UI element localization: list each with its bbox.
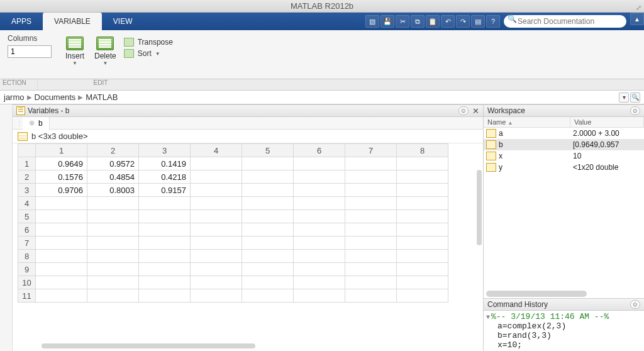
cell[interactable]: [397, 170, 448, 184]
col-header[interactable]: 5: [242, 144, 294, 157]
cell[interactable]: 0.8003: [87, 184, 139, 197]
row-header[interactable]: 7: [18, 237, 36, 250]
vertical-scrollbar[interactable]: [477, 170, 482, 245]
row-header[interactable]: 3: [18, 184, 36, 197]
cell[interactable]: [345, 157, 397, 170]
cell[interactable]: [294, 250, 345, 263]
breadcrumb-item[interactable]: jarmo: [4, 92, 25, 102]
cell[interactable]: [87, 250, 139, 263]
cell[interactable]: [36, 197, 87, 210]
cell[interactable]: 0.9706: [36, 184, 87, 197]
cell[interactable]: [87, 237, 139, 250]
minimize-ribbon-icon[interactable]: ▲: [630, 13, 644, 25]
cell[interactable]: [397, 237, 448, 250]
workspace-row[interactable]: y<1x20 double: [484, 162, 644, 173]
cell[interactable]: [345, 276, 397, 289]
paste-icon[interactable]: 📋: [426, 15, 440, 28]
tab-view[interactable]: VIEW: [102, 13, 144, 30]
cell[interactable]: [191, 250, 242, 263]
cell[interactable]: [294, 263, 345, 276]
cell[interactable]: [87, 289, 139, 303]
cell[interactable]: [87, 223, 139, 237]
col-header[interactable]: 4: [191, 144, 242, 157]
history-line[interactable]: b=rand(3,3): [486, 331, 641, 340]
cell[interactable]: 0.9157: [139, 184, 191, 197]
search-box[interactable]: 🔍: [504, 13, 626, 30]
tab-variable[interactable]: VARIABLE: [43, 13, 102, 30]
col-header[interactable]: 3: [139, 144, 191, 157]
col-header[interactable]: 2: [87, 144, 139, 157]
cell[interactable]: [242, 237, 294, 250]
cell[interactable]: [242, 289, 294, 303]
cell[interactable]: [397, 197, 448, 210]
cell[interactable]: [139, 263, 191, 276]
cell[interactable]: [294, 184, 345, 197]
copy-icon[interactable]: ⧉: [411, 15, 425, 28]
cell[interactable]: [345, 210, 397, 223]
expand-icon[interactable]: ▼: [486, 314, 490, 321]
cell[interactable]: [139, 223, 191, 237]
cell[interactable]: [294, 223, 345, 237]
cell[interactable]: [242, 157, 294, 170]
cell[interactable]: [139, 276, 191, 289]
cell[interactable]: [36, 263, 87, 276]
horizontal-scrollbar[interactable]: [42, 343, 255, 348]
horizontal-scrollbar[interactable]: [486, 291, 587, 297]
cell[interactable]: [345, 250, 397, 263]
cell[interactable]: 0.4854: [87, 170, 139, 184]
tab-close-icon[interactable]: ⊗: [29, 119, 35, 127]
history-line[interactable]: a=complex(2,3): [486, 321, 641, 331]
delete-button[interactable]: Delete ▼: [92, 35, 119, 67]
row-header[interactable]: 10: [18, 276, 36, 289]
cell[interactable]: [191, 197, 242, 210]
row-header[interactable]: 1: [18, 157, 36, 170]
cell[interactable]: 0.1576: [36, 170, 87, 184]
window-resize-icon[interactable]: ⤢: [636, 1, 641, 14]
cell[interactable]: [36, 276, 87, 289]
row-header[interactable]: 4: [18, 197, 36, 210]
redo-icon[interactable]: ↷: [456, 15, 470, 28]
cell[interactable]: [36, 210, 87, 223]
cell[interactable]: [397, 184, 448, 197]
col-header[interactable]: 1: [36, 144, 87, 157]
cell[interactable]: [139, 289, 191, 303]
cell[interactable]: [191, 276, 242, 289]
cell[interactable]: [242, 197, 294, 210]
cell[interactable]: [397, 289, 448, 303]
panel-menu-icon[interactable]: ⊙: [630, 106, 640, 115]
cell[interactable]: [191, 157, 242, 170]
workspace-row[interactable]: b[0.9649,0.957: [484, 139, 644, 150]
cell[interactable]: [345, 184, 397, 197]
insert-button[interactable]: Insert ▼: [63, 35, 87, 67]
cell[interactable]: [87, 276, 139, 289]
col-header[interactable]: 8: [397, 144, 448, 157]
row-header[interactable]: 11: [18, 289, 36, 303]
folder-dropdown-icon[interactable]: ▾: [619, 92, 629, 103]
cell[interactable]: [139, 210, 191, 223]
cell[interactable]: [242, 250, 294, 263]
cell[interactable]: [242, 223, 294, 237]
cell[interactable]: [397, 250, 448, 263]
col-header[interactable]: 6: [294, 144, 345, 157]
cell[interactable]: [345, 289, 397, 303]
workspace-row[interactable]: a2.0000 + 3.00: [484, 128, 644, 139]
row-header[interactable]: 8: [18, 250, 36, 263]
workspace-col-value[interactable]: Value: [570, 117, 644, 127]
cell[interactable]: [294, 170, 345, 184]
new-icon[interactable]: ▧: [365, 15, 379, 28]
row-header[interactable]: 6: [18, 223, 36, 237]
cell[interactable]: [397, 223, 448, 237]
save-icon[interactable]: 💾: [380, 15, 394, 28]
panel-menu-icon[interactable]: ⊙: [458, 106, 469, 115]
cell[interactable]: [294, 210, 345, 223]
breadcrumb-item[interactable]: MATLAB: [86, 92, 118, 102]
cell[interactable]: 0.1419: [139, 157, 191, 170]
columns-input[interactable]: [8, 45, 52, 58]
cell[interactable]: [294, 157, 345, 170]
switch-windows-icon[interactable]: ▤: [471, 15, 485, 28]
cell[interactable]: [345, 197, 397, 210]
history-line[interactable]: x=10;: [486, 340, 641, 350]
cell[interactable]: [139, 237, 191, 250]
cell[interactable]: [294, 289, 345, 303]
cell[interactable]: 0.9649: [36, 157, 87, 170]
